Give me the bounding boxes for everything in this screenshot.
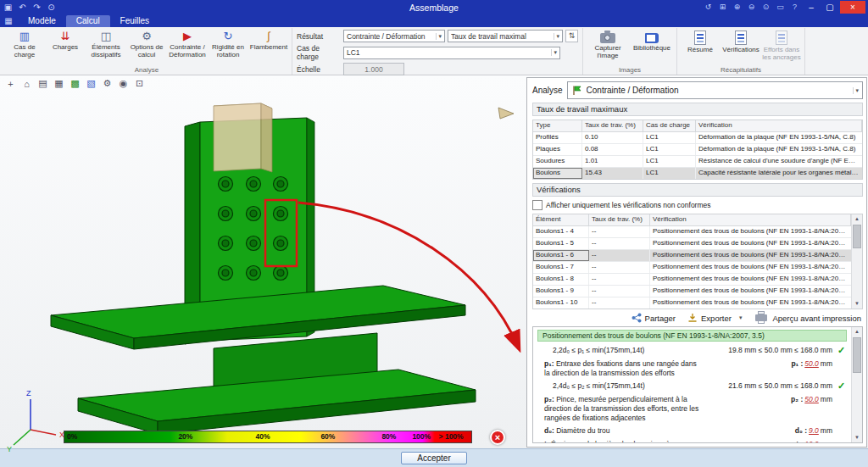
ucs-icon[interactable]: ⌂ — [20, 77, 33, 90]
run-analysis-icon: ▶ — [183, 30, 192, 43]
button-label: Charges — [53, 44, 78, 52]
zoom-icon[interactable]: ⊙ — [46, 2, 57, 13]
result-display-select[interactable]: Taux de travail maximal ▾ — [448, 30, 563, 42]
cell-check: Capacité résistante latérale pour les or… — [696, 168, 862, 179]
column-header[interactable]: Vérification — [650, 214, 851, 225]
table-row[interactable]: Boulons1 - 10 -- Positionnement des trou… — [533, 297, 851, 309]
value-link[interactable]: 50.0 — [804, 395, 819, 403]
column-header[interactable]: Type — [533, 120, 582, 131]
tab-modele[interactable]: Modèle — [18, 15, 66, 27]
loads-button[interactable]: ⇊ Charges — [45, 28, 86, 53]
settings-gear-icon[interactable]: ⚙ — [101, 77, 114, 90]
summary-button[interactable]: Résumé — [680, 28, 721, 56]
verifications-report-button[interactable]: Vérifications — [721, 28, 761, 56]
hatch-icon[interactable]: ▧ — [85, 77, 97, 90]
table-row[interactable]: Soudures 1.01 LC1 Résistance de calcul d… — [533, 156, 862, 168]
scale-input[interactable]: 1.000 — [343, 63, 404, 75]
stress-strain-run-button[interactable]: ▶ Contrainte / Déformation — [167, 28, 208, 61]
zoom-extents-icon[interactable]: ⊞ — [716, 2, 729, 13]
column-header[interactable]: Taux de trav. (%) — [589, 214, 650, 225]
table-row[interactable]: Boulons1 - 9 -- Positionnement des trous… — [533, 286, 851, 297]
capture-icon[interactable]: ⊡ — [133, 77, 146, 90]
nonconform-filter-checkbox[interactable] — [532, 200, 542, 210]
vertical-scrollbar[interactable]: ▲ ▼ — [851, 214, 862, 309]
close-button[interactable]: × — [840, 1, 865, 14]
verifications-table: Élément Taux de trav. (%) Vérification B… — [533, 214, 851, 309]
table-row[interactable]: Profilés 0.10 LC1 Déformation de la plaq… — [533, 132, 862, 144]
cell-check: Positionnement des trous de boulons (NF … — [650, 274, 851, 285]
table-row-selected[interactable]: Boulons1 - 6 -- Positionnement des trous… — [533, 250, 851, 262]
scrollbar-thumb[interactable] — [853, 225, 861, 248]
print-preview-button[interactable]: Aperçu avant impression — [754, 314, 861, 323]
report-icon[interactable]: ▦ — [53, 77, 65, 90]
save-icon[interactable]: ▣ — [3, 2, 14, 13]
help-icon[interactable]: ? — [788, 2, 801, 13]
calculation-options-button[interactable]: ⚙ Options de calcul — [126, 28, 167, 61]
chevron-down-icon: ▾ — [853, 87, 859, 94]
detail-row: 2,4d₀ ≤ p₂ ≤ min(175mm,14t) 21.6 mm ≤ 50… — [537, 381, 847, 391]
redo-icon[interactable]: ↷ — [31, 2, 42, 13]
column-header[interactable]: Cas de charge — [643, 120, 696, 131]
print-icon[interactable]: ▤ — [36, 77, 49, 90]
value-link[interactable]: 12.0 — [804, 440, 819, 442]
table-row[interactable]: Boulons1 - 7 -- Positionnement des trous… — [533, 262, 851, 274]
dissipative-elements-icon: ◫ — [101, 30, 111, 43]
scroll-down-icon[interactable]: ▼ — [854, 299, 860, 309]
scrollbar-thumb[interactable] — [853, 337, 861, 373]
value-link[interactable]: 9.0 — [809, 426, 819, 435]
share-icon — [632, 313, 642, 323]
column-header[interactable]: Taux de trav. (%) — [582, 120, 643, 131]
table-row[interactable]: Plaques 0.08 LC1 Déformation de la plaqu… — [533, 144, 862, 156]
scroll-up-icon[interactable]: ▲ — [854, 327, 860, 336]
load-case-select[interactable]: LC1 ▾ — [343, 47, 560, 59]
app-menu-icon[interactable]: ▦ — [3, 16, 14, 25]
export-button[interactable]: Exporter ▾ — [687, 313, 742, 323]
scale-label: 60% — [320, 432, 335, 441]
result-type-select[interactable]: Contrainte / Déformation ▾ — [343, 30, 445, 42]
table-row[interactable]: Boulons1 - 8 -- Positionnement des trous… — [533, 274, 851, 286]
scroll-down-icon[interactable]: ▼ — [854, 433, 860, 442]
zoom-in-icon[interactable]: ⊕ — [731, 2, 743, 13]
pan-icon[interactable]: ▭ — [774, 2, 787, 13]
tab-feuilles[interactable]: Feuilles — [110, 15, 159, 27]
library-button[interactable]: Bibliothèque — [630, 28, 674, 54]
close-legend-button[interactable]: × — [490, 430, 505, 445]
render-icon[interactable]: ◉ — [117, 77, 130, 90]
analyse-select[interactable]: Contrainte / Déformation ▾ — [567, 81, 863, 99]
verification-detail-box: Positionnement des trous de boulons (NF … — [532, 326, 863, 443]
result-spin-button[interactable]: ⇅ — [565, 30, 578, 42]
definition-text: Pince, mesurée perpendiculairement à la … — [544, 395, 698, 421]
zoom-out-icon[interactable]: ⊖ — [745, 2, 758, 13]
check-icon: ✓ — [836, 381, 847, 391]
select-icon[interactable]: + — [4, 77, 17, 90]
vertical-scrollbar[interactable]: ▲ ▼ — [851, 327, 862, 442]
scroll-up-icon[interactable]: ▲ — [854, 214, 860, 224]
table-row[interactable]: Boulons1 - 5 -- Positionnement des trous… — [533, 238, 851, 250]
buckling-button[interactable]: ∫ Flambement — [248, 28, 289, 53]
quick-access-toolbar: ▣ ↶ ↷ ⊙ — [3, 2, 57, 13]
symbol: p₁: — [544, 359, 554, 368]
tab-calcul[interactable]: Calcul — [66, 15, 110, 27]
share-button[interactable]: Partager — [632, 313, 676, 323]
capture-image-button[interactable]: Capturer l'image — [586, 28, 630, 62]
dissipative-elements-button[interactable]: ◫ Éléments dissipatifs — [86, 28, 126, 61]
button-label: Cas de charge — [5, 44, 44, 59]
load-cases-button[interactable]: ▥ Cas de charge — [4, 28, 45, 61]
cell-case: LC1 — [643, 132, 696, 143]
table-header-row: Type Taux de trav. (%) Cas de charge Vér… — [533, 120, 862, 132]
viewport-3d[interactable]: Z X Y — [0, 75, 526, 456]
measure-icon[interactable]: ↺ — [702, 2, 715, 13]
rotational-stiffness-button[interactable]: ↻ Rigidité en rotation — [208, 28, 248, 61]
formula-text: 2,4d₀ ≤ p₂ ≤ min(175mm,14t) — [553, 381, 645, 390]
minimize-button[interactable]: – — [803, 1, 820, 14]
button-label: Flambement — [250, 44, 287, 52]
table-row[interactable]: Boulons1 - 4 -- Positionnement des trous… — [533, 226, 851, 238]
value-link[interactable]: 50.0 — [804, 359, 819, 368]
table-row-selected[interactable]: Boulons 15.43 LC1 Capacité résistante la… — [533, 168, 862, 179]
column-header[interactable]: Élément — [533, 214, 589, 225]
undo-icon[interactable]: ↶ — [17, 2, 28, 13]
zoom-window-icon[interactable]: ⊙ — [760, 2, 772, 13]
column-header[interactable]: Vérification — [696, 120, 862, 131]
maximize-button[interactable]: ▢ — [821, 1, 838, 14]
grid-icon[interactable]: ▩ — [69, 77, 81, 90]
